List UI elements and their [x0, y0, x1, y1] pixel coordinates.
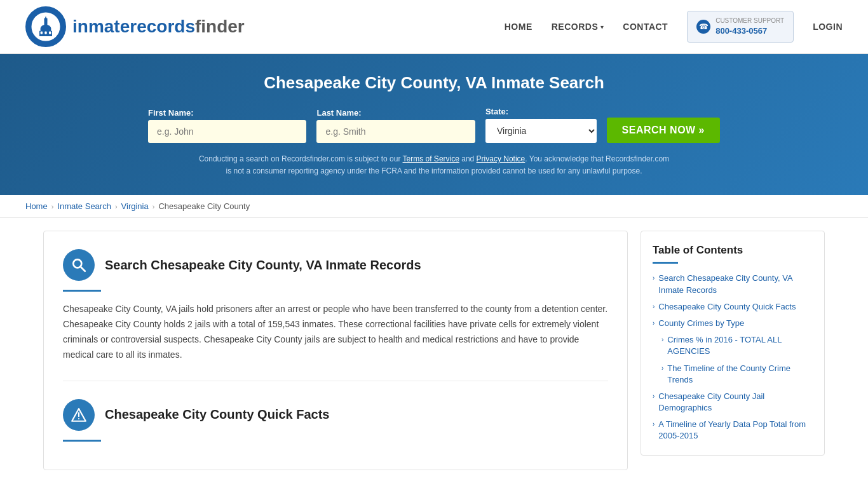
logo-text: inmaterecordsfinder: [72, 17, 245, 37]
section2-divider: [63, 440, 101, 442]
logo-area: inmaterecordsfinder: [25, 6, 245, 47]
toc-item-3: › County Crimes by Type: [653, 318, 813, 329]
nav-contact[interactable]: CONTACT: [623, 22, 668, 32]
last-name-label: Last Name:: [316, 108, 361, 118]
toc-item-2: › Chesapeake City County Quick Facts: [653, 301, 813, 313]
first-name-label: First Name:: [148, 108, 194, 118]
toc-link-2[interactable]: Chesapeake City County Quick Facts: [658, 301, 796, 313]
state-label: State:: [485, 107, 508, 116]
state-select[interactable]: Virginia Alabama Alaska Arizona Californ…: [485, 119, 597, 143]
article: Search Chesapeake City County, VA Inmate…: [43, 231, 628, 470]
site-header: inmaterecordsfinder HOME RECORDS ▾ CONTA…: [0, 0, 868, 54]
section1-header: Search Chesapeake City County, VA Inmate…: [63, 249, 608, 281]
hero-section: Chesapeake City County, VA Inmate Search…: [0, 54, 868, 195]
breadcrumb-home[interactable]: Home: [25, 201, 48, 211]
state-group: State: Virginia Alabama Alaska Arizona C…: [485, 107, 597, 143]
section2-title: Chesapeake City County Quick Facts: [105, 407, 329, 422]
support-label: CUSTOMER SUPPORT: [715, 17, 784, 25]
search-section-icon: [63, 249, 95, 281]
records-chevron-icon: ▾: [600, 24, 604, 30]
alert-section-icon: [63, 399, 95, 431]
first-name-input[interactable]: [148, 120, 306, 143]
toc-title: Table of Contents: [653, 244, 813, 257]
toc-link-7[interactable]: A Timeline of Yearly Data Pop Total from…: [658, 419, 813, 442]
svg-rect-8: [49, 32, 51, 34]
breadcrumb-county: Chesapeake City County: [158, 201, 250, 211]
support-text: CUSTOMER SUPPORT 800-433-0567: [715, 17, 784, 37]
toc-link-3[interactable]: County Crimes by Type: [658, 318, 744, 329]
toc-chevron-7: ›: [653, 421, 654, 428]
logo-icon: [25, 6, 66, 47]
customer-support-box: ☎ CUSTOMER SUPPORT 800-433-0567: [687, 11, 794, 43]
toc-item-7: › A Timeline of Yearly Data Pop Total fr…: [653, 419, 813, 442]
nav-home[interactable]: HOME: [505, 22, 532, 32]
main-content: Search Chesapeake City County, VA Inmate…: [31, 231, 837, 470]
search-form: First Name: Last Name: State: Virginia A…: [148, 107, 720, 143]
breadcrumb-inmate-search[interactable]: Inmate Search: [57, 201, 111, 211]
toc-list: › Search Chesapeake City County, VA Inma…: [653, 273, 813, 442]
toc-link-4[interactable]: Crimes % in 2016 - TOTAL ALL AGENCIES: [667, 334, 813, 357]
section-separator: [63, 381, 608, 381]
search-button[interactable]: SEARCH NOW »: [607, 118, 720, 143]
nav-records-container: RECORDS ▾: [552, 22, 604, 32]
last-name-input[interactable]: [316, 120, 475, 143]
main-nav: HOME RECORDS ▾ CONTACT ☎ CUSTOMER SUPPOR…: [505, 11, 843, 43]
breadcrumb: Home › Inmate Search › Virginia › Chesap…: [0, 195, 868, 218]
toc-link-6[interactable]: Chesapeake City County Jail Demographics: [658, 391, 813, 414]
svg-rect-7: [44, 32, 46, 34]
toc-item-4: › Crimes % in 2016 - TOTAL ALL AGENCIES: [653, 334, 813, 357]
svg-line-10: [81, 268, 85, 272]
nav-login[interactable]: LOGIN: [813, 22, 843, 32]
nav-records[interactable]: RECORDS: [552, 22, 599, 32]
tos-link[interactable]: Terms of Service: [403, 154, 459, 163]
toc-chevron-1: ›: [653, 274, 654, 281]
breadcrumb-sep-2: ›: [115, 203, 118, 210]
toc-chevron-3: ›: [653, 320, 654, 327]
toc-chevron-2: ›: [653, 303, 654, 310]
toc-link-5[interactable]: The Timeline of the County Crime Trends: [667, 363, 813, 386]
section1-text: Chesapeake City County, VA jails hold pr…: [63, 302, 608, 362]
first-name-group: First Name:: [148, 108, 306, 143]
toc-link-1[interactable]: Search Chesapeake City County, VA Inmate…: [658, 273, 813, 295]
svg-rect-6: [41, 32, 43, 34]
support-number[interactable]: 800-433-0567: [715, 25, 784, 37]
last-name-group: Last Name:: [316, 108, 475, 143]
hero-disclaimer: Conducting a search on Recordsfinder.com…: [196, 153, 672, 177]
toc-item-5: › The Timeline of the County Crime Trend…: [653, 363, 813, 386]
sidebar: Table of Contents › Search Chesapeake Ci…: [641, 231, 825, 455]
toc-chevron-4: ›: [661, 336, 663, 343]
breadcrumb-sep-3: ›: [153, 203, 155, 210]
breadcrumb-sep-1: ›: [51, 203, 54, 210]
svg-point-13: [78, 417, 79, 419]
section1-title: Search Chesapeake City County, VA Inmate…: [105, 258, 421, 273]
section2-header: Chesapeake City County Quick Facts: [63, 399, 608, 431]
toc-chevron-6: ›: [653, 393, 654, 400]
toc-chevron-5: ›: [661, 365, 663, 372]
toc-item-6: › Chesapeake City County Jail Demographi…: [653, 391, 813, 414]
privacy-link[interactable]: Privacy Notice: [477, 154, 526, 163]
headset-icon: ☎: [696, 20, 710, 34]
hero-title: Chesapeake City County, VA Inmate Search: [25, 73, 843, 93]
breadcrumb-state[interactable]: Virginia: [121, 201, 149, 211]
toc-box: Table of Contents › Search Chesapeake Ci…: [641, 231, 825, 455]
section1-divider: [63, 290, 101, 292]
toc-divider: [653, 262, 678, 264]
toc-item-1: › Search Chesapeake City County, VA Inma…: [653, 273, 813, 295]
